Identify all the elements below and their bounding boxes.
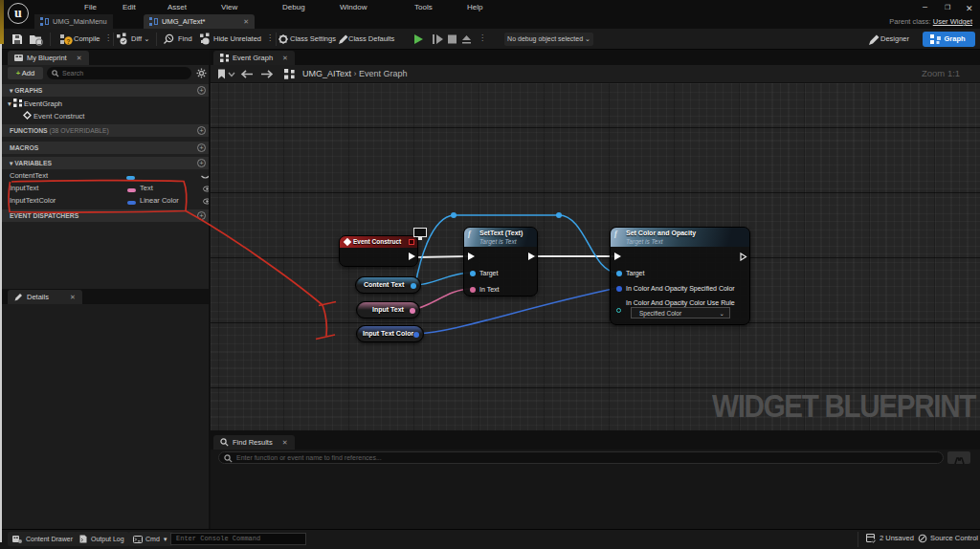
svg-text:?: ?: [66, 38, 70, 45]
